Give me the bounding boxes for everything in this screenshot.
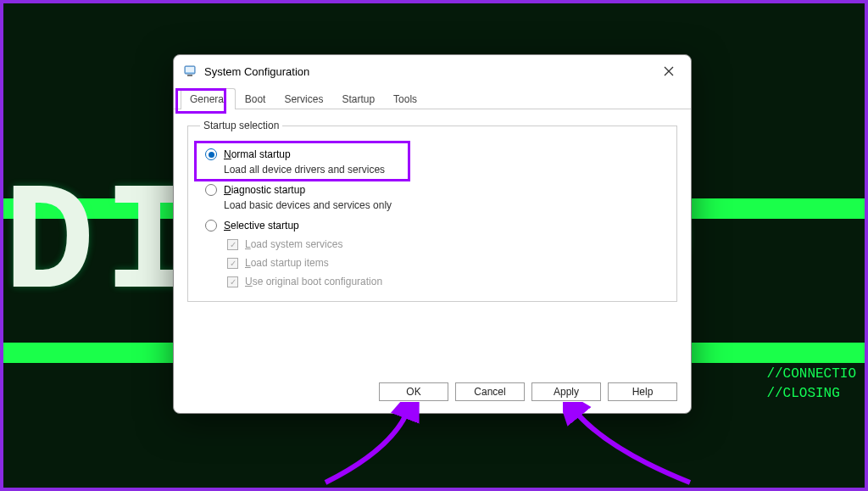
- window-title: System Configuration: [204, 65, 650, 78]
- terminal-lines: //CONNECTIO //CLOSING: [766, 365, 856, 403]
- system-configuration-dialog: System Configuration General Boot Servic…: [173, 54, 692, 414]
- radio-label: Selective startup: [224, 220, 299, 232]
- svg-rect-2: [187, 75, 192, 76]
- option-diagnostic-startup: Diagnostic startup Load basic devices an…: [205, 184, 665, 211]
- radio-normal-startup[interactable]: Normal startup: [205, 148, 665, 160]
- cancel-button[interactable]: Cancel: [455, 382, 525, 401]
- radio-icon: [205, 220, 217, 232]
- radio-selective-startup[interactable]: Selective startup: [205, 220, 665, 232]
- radio-icon: [205, 148, 217, 160]
- radio-icon: [205, 184, 217, 196]
- close-icon: [664, 66, 674, 76]
- system-icon: [184, 64, 198, 78]
- radio-diagnostic-startup[interactable]: Diagnostic startup: [205, 184, 665, 196]
- radio-label: Normal startup: [224, 148, 291, 160]
- tab-boot[interactable]: Boot: [236, 88, 275, 109]
- tab-startup[interactable]: Startup: [332, 88, 384, 109]
- checkbox-icon: [227, 276, 238, 287]
- apply-button[interactable]: Apply: [531, 382, 601, 401]
- checkbox-load-system-services: Load system services: [227, 238, 665, 250]
- tab-general[interactable]: General: [181, 88, 236, 109]
- svg-rect-1: [186, 67, 194, 72]
- checkbox-icon: [227, 239, 238, 250]
- ok-button[interactable]: OK: [379, 382, 448, 401]
- tab-tools[interactable]: Tools: [384, 88, 426, 109]
- checkbox-use-original-boot: Use original boot configuration: [227, 276, 665, 287]
- startup-selection-group: Startup selection Normal startup Load al…: [187, 120, 677, 302]
- option-desc: Load basic devices and services only: [224, 199, 665, 211]
- option-desc: Load all device drivers and services: [224, 164, 665, 176]
- help-button[interactable]: Help: [608, 382, 677, 401]
- option-selective-startup: Selective startup Load system services L…: [205, 220, 665, 287]
- tab-content: Startup selection Normal startup Load al…: [174, 109, 691, 374]
- tab-services[interactable]: Services: [275, 88, 332, 109]
- checkbox-icon: [227, 258, 238, 269]
- titlebar[interactable]: System Configuration: [174, 55, 691, 87]
- checkbox-load-startup-items: Load startup items: [227, 257, 665, 269]
- close-button[interactable]: [657, 59, 681, 83]
- option-normal-startup: Normal startup Load all device drivers a…: [205, 148, 665, 176]
- dialog-buttons: OK Cancel Apply Help: [174, 374, 691, 413]
- group-label: Startup selection: [200, 120, 282, 131]
- radio-label: Diagnostic startup: [224, 184, 305, 196]
- tabs: General Boot Services Startup Tools: [174, 87, 691, 109]
